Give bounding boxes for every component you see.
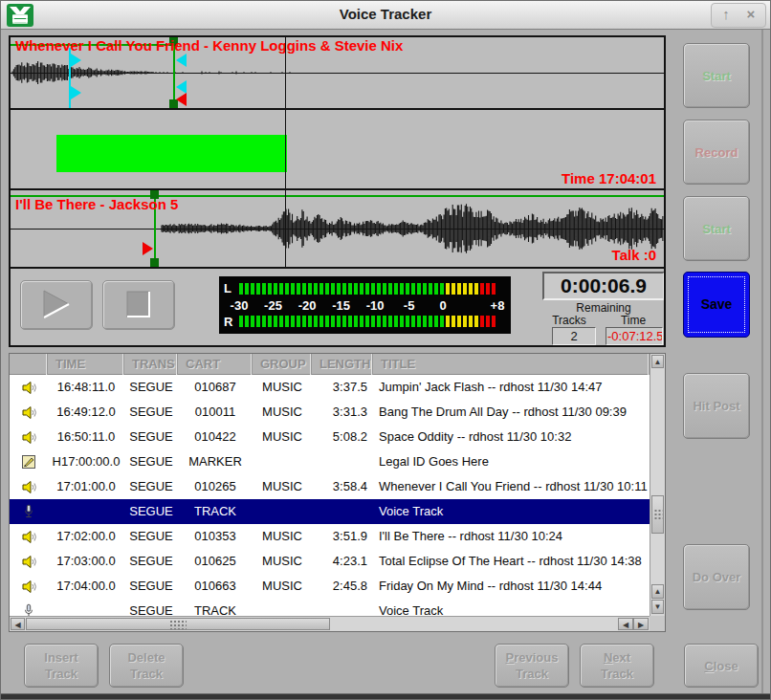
column-header-trans[interactable]: TRANS — [124, 354, 178, 375]
log-row[interactable]: 16:48:11.0SEGUE010687MUSIC3:37.5Jumpin' … — [10, 375, 650, 400]
cell-time: 16:50:11.0 — [48, 425, 124, 449]
meter-segment-g — [342, 316, 346, 327]
cell-length: 5:08.2 — [312, 425, 373, 449]
close-button[interactable]: Close — [684, 644, 759, 688]
remaining-tracks-label: Tracks — [542, 314, 596, 327]
voice-track-panel[interactable]: Time 17:04:01 — [11, 110, 664, 190]
track1-cue-handle-top[interactable] — [176, 54, 187, 67]
horizontal-scroll-thumb[interactable] — [26, 618, 330, 630]
play-button[interactable] — [20, 280, 93, 330]
cell-length: 4:23.1 — [312, 549, 373, 574]
log-row[interactable]: 16:50:11.0SEGUE010422MUSIC5:08.2Space Od… — [10, 425, 650, 449]
track1-title: Whenever I Call You Friend - Kenny Loggi… — [15, 37, 403, 54]
next-track-button[interactable]: NextTrack — [580, 644, 654, 688]
scroll-down-icon[interactable]: ▼ — [651, 600, 664, 614]
cell-cart: TRACK — [178, 499, 253, 524]
track1-panel[interactable]: Whenever I Call You Friend - Kenny Loggi… — [11, 37, 664, 110]
meter-segment-g — [440, 316, 444, 327]
meter-segment-y — [474, 283, 478, 295]
do-over-button[interactable]: Do Over — [683, 544, 750, 610]
meter-segment-y — [474, 316, 478, 327]
column-header-group[interactable]: GROUP — [253, 354, 312, 375]
log-row[interactable]: SEGUETRACKVoice Track — [10, 599, 650, 616]
stop-button[interactable] — [102, 280, 175, 330]
column-header-cart[interactable]: CART — [178, 354, 253, 375]
elapsed-time-display: 0:00:06.9 — [542, 272, 664, 300]
track2-panel[interactable]: I'll Be There - Jackson 5 Talk :0 — [11, 190, 664, 269]
track2-edit-handle-bottom[interactable] — [150, 258, 159, 267]
panel-divider — [285, 37, 286, 269]
log-row[interactable]: 17:04:00.0SEGUE010663MUSIC2:45.8Friday O… — [10, 574, 650, 599]
start-button[interactable]: Start — [683, 196, 750, 261]
scroll-up-icon[interactable]: ▲ — [651, 355, 664, 368]
meter-segment-g — [383, 283, 386, 295]
cell-time — [48, 499, 124, 524]
log-row[interactable]: H17:00:00.0SEGUEMARKERLegal ID Goes Here — [10, 449, 650, 474]
meter-segment-g — [371, 316, 375, 327]
meter-scale-tick: 0 — [440, 298, 447, 313]
start-button[interactable]: Start — [683, 43, 750, 108]
segue-marker-handle-bottom[interactable] — [71, 86, 81, 99]
meter-scale-tick: -25 — [264, 298, 282, 313]
record-button[interactable]: Record — [683, 120, 750, 185]
meter-segment-g — [394, 316, 398, 327]
track1-end-handle[interactable] — [176, 93, 187, 106]
meter-segment-g — [325, 316, 329, 327]
cell-title: Space Oddity -- rdhost 11/30 10:32 — [373, 425, 650, 449]
time-label: Time 17:04:01 — [562, 170, 656, 186]
audio-meter: L -30-25-20-15-10-50+8 R — [219, 276, 511, 334]
meter-segment-y — [457, 316, 461, 327]
voice-track-region[interactable] — [56, 135, 287, 172]
meter-left-bar — [239, 283, 503, 295]
track1-cue-handle-bottom[interactable] — [176, 80, 187, 94]
meter-segment-r — [480, 316, 484, 327]
log-row[interactable]: 17:01:00.0SEGUE010265MUSIC3:58.4Whenever… — [10, 474, 650, 499]
delete-track-button[interactable]: DeleteTrack — [109, 644, 184, 688]
previous-track-button[interactable]: PreviousTrack — [495, 644, 569, 688]
cell-group — [253, 449, 312, 474]
meter-segment-g — [245, 316, 249, 327]
column-header-length[interactable]: LENGTH — [312, 354, 373, 375]
track2-title: I'll Be There - Jackson 5 — [15, 196, 178, 212]
cell-time: 17:03:00.0 — [48, 549, 124, 574]
meter-scale-tick: -30 — [231, 298, 249, 313]
cell-title: Voice Track — [373, 499, 650, 524]
save-button[interactable]: Save — [683, 272, 750, 338]
segue-marker-handle-top[interactable] — [71, 54, 81, 67]
close-window-button[interactable]: × — [739, 5, 762, 24]
scroll-right-icon[interactable]: ▶ — [633, 618, 649, 630]
horizontal-scrollbar[interactable]: ◀ ◀ ▶ — [10, 616, 650, 631]
insert-track-button[interactable]: InsertTrack — [24, 644, 99, 688]
meter-segment-g — [319, 283, 323, 295]
mic-icon — [10, 499, 48, 524]
log-row[interactable]: 16:49:12.0SEGUE010011MUSIC3:31.3Bang The… — [10, 400, 650, 425]
vertical-scrollbar[interactable]: ▲ ▲ ▼ — [650, 354, 665, 616]
scroll-left-icon[interactable]: ◀ — [11, 618, 25, 630]
scroll-left2-icon[interactable]: ◀ — [618, 618, 633, 630]
log-row-selected[interactable]: SEGUETRACKVoice Track — [10, 499, 650, 524]
track2-start-handle[interactable] — [143, 242, 153, 255]
meter-right-bar — [239, 316, 503, 327]
meter-segment-g — [302, 283, 306, 295]
meter-segment-g — [434, 316, 438, 327]
hit-post-button[interactable]: Hit Post — [683, 373, 750, 439]
column-header-title[interactable]: TITLE — [373, 354, 650, 375]
titlebar[interactable]: Voice Tracker ↑ × — [1, 1, 770, 30]
cell-group: MUSIC — [253, 425, 312, 449]
column-header-icon[interactable] — [10, 354, 48, 375]
meter-segment-g — [297, 283, 300, 295]
column-header-time[interactable]: TIME — [48, 354, 124, 375]
cell-length: 3:37.5 — [312, 375, 373, 400]
vertical-scroll-thumb[interactable] — [651, 495, 664, 534]
meter-segment-g — [256, 283, 260, 295]
remaining-label: Remaining — [542, 301, 664, 315]
log-row[interactable]: 17:02:00.0SEGUE010353MUSIC3:51.9I'll Be … — [10, 524, 650, 549]
shade-button[interactable]: ↑ — [715, 5, 738, 24]
speaker-icon — [10, 375, 48, 400]
log-row[interactable]: 17:03:00.0SEGUE010625MUSIC4:23.1Total Ec… — [10, 549, 650, 574]
scroll-up2-icon[interactable]: ▲ — [651, 584, 664, 599]
meter-segment-r — [492, 316, 496, 327]
meter-segment-r — [486, 316, 490, 327]
meter-segment-g — [314, 283, 318, 295]
log-table-header: TIMETRANSCARTGROUPLENGTHTITLE — [10, 354, 650, 375]
